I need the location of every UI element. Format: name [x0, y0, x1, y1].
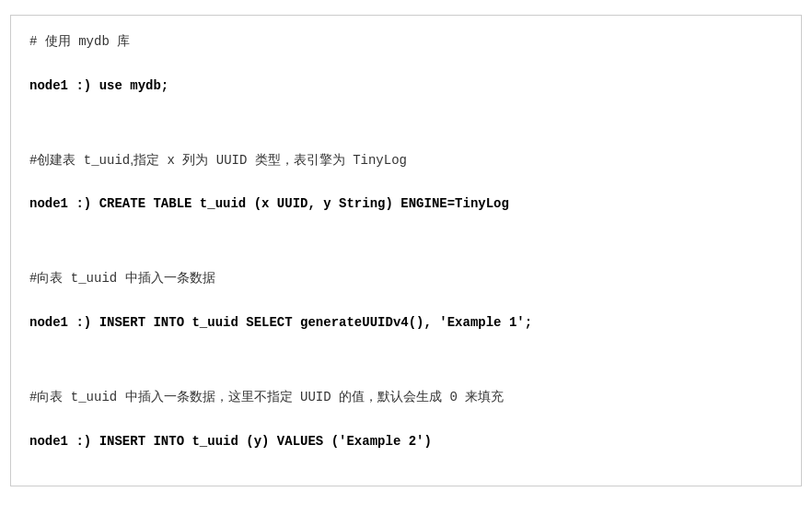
comment-text-2: 创建表	[37, 152, 75, 167]
comment-2: #创建表 t_uuid,指定 x 列为 UUID 类型，表引擎为 TinyLog	[29, 149, 783, 172]
spacer-between-3-4	[29, 353, 783, 369]
comment-code-4b: UUID	[293, 390, 339, 404]
spacer-2	[29, 177, 783, 193]
comment-text-4: 向表	[37, 389, 63, 404]
cmd-text-3: INSERT INTO t_uuid SELECT generateUUIDv4…	[99, 315, 532, 330]
prompt-4: node1 :)	[29, 434, 99, 449]
spacer-between-1-2	[29, 116, 783, 133]
prompt-2: node1 :)	[29, 196, 99, 211]
code-block-1: # 使用 mydb 库 node1 :) use mydb;	[29, 30, 783, 98]
code-container: # 使用 mydb 库 node1 :) use mydb; #创建表 t_uu…	[10, 15, 802, 486]
comment-code-2d: TinyLog	[345, 153, 407, 168]
comment-code-1: mydb	[71, 34, 117, 49]
prompt-3: node1 :)	[29, 315, 99, 330]
spacer-between-2-3b	[29, 251, 783, 267]
comment-code-4: t_uuid	[63, 390, 124, 404]
comment-text-2b: ,指定	[130, 152, 159, 167]
code-block-2: #创建表 t_uuid,指定 x 列为 UUID 类型，表引擎为 TinyLog…	[29, 149, 783, 217]
command-2: node1 :) CREATE TABLE t_uuid (x UUID, y …	[29, 193, 783, 216]
spacer-4	[29, 415, 783, 431]
code-block-4: #向表 t_uuid 中插入一条数据，这里不指定 UUID 的值，默认会生成 0…	[29, 386, 783, 453]
spacer-between-2-3	[29, 234, 783, 251]
comment-text-4b: 中插入一条数据，这里不指定	[125, 389, 293, 404]
comment-text-4c: 的值，默认会生成	[339, 389, 442, 404]
comment-code-3: t_uuid	[63, 271, 124, 286]
cmd-text-4: INSERT INTO t_uuid (y) VALUES ('Example …	[99, 434, 432, 449]
spacer-between-1-2b	[29, 133, 783, 149]
command-1: node1 :) use mydb;	[29, 76, 783, 98]
comment-text-2d: 类型，表引擎为	[255, 152, 345, 167]
comment-text-3b: 中插入一条数据	[125, 270, 215, 285]
comment-code-2c: UUID	[208, 153, 254, 168]
spacer-3	[29, 296, 783, 312]
comment-code-4c: 0	[442, 390, 465, 404]
spacer-between-3-4b	[29, 369, 783, 386]
comment-hash-1: #	[29, 34, 45, 49]
comment-text-4d: 来填充	[465, 389, 504, 404]
cmd-text-2: CREATE TABLE t_uuid (x UUID, y String) E…	[99, 196, 509, 211]
comment-text-2c: 列为	[182, 152, 208, 167]
command-3: node1 :) INSERT INTO t_uuid SELECT gener…	[29, 312, 783, 334]
comment-text-1b: 库	[117, 33, 130, 48]
code-block-3: #向表 t_uuid 中插入一条数据 node1 :) INSERT INTO …	[29, 267, 783, 334]
comment-1: # 使用 mydb 库	[29, 30, 783, 53]
comment-code-2b: x	[159, 153, 182, 168]
comment-text-1: 使用	[45, 33, 71, 48]
cmd-text-1: use mydb;	[99, 78, 169, 93]
command-4: node1 :) INSERT INTO t_uuid (y) VALUES (…	[29, 431, 783, 453]
comment-code-2: t_uuid	[75, 153, 130, 168]
comment-text-3: 向表	[37, 270, 63, 285]
comment-3: #向表 t_uuid 中插入一条数据	[29, 267, 783, 290]
comment-4: #向表 t_uuid 中插入一条数据，这里不指定 UUID 的值，默认会生成 0…	[29, 386, 783, 409]
spacer-1	[29, 59, 783, 76]
prompt-1: node1 :)	[29, 78, 99, 93]
